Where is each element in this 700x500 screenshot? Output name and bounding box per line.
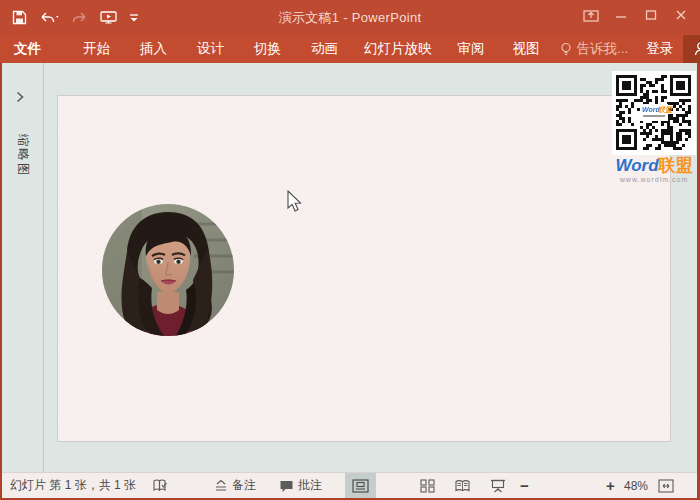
notes-label: 备注 [232,477,256,494]
comments-label: 批注 [298,477,322,494]
share-person-icon [693,41,700,57]
window-title: 演示文稿1 - PowerPoint [279,0,422,35]
undo-button[interactable] [35,6,65,30]
circular-portrait-photo[interactable] [102,204,234,336]
save-icon[interactable] [8,6,31,30]
slide-sorter-view-button[interactable] [412,473,443,498]
ribbon-tab-row: 文件 开始 插入 设计 切换 动画 幻灯片放映 审阅 视图 告诉我... 登录 … [0,35,700,63]
tab-design[interactable]: 设计 [185,35,236,63]
spell-check-button[interactable] [152,473,169,498]
fit-to-window-icon [658,479,674,493]
wordlm-watermark: Word联盟 www.wordlm.com [610,71,698,183]
customize-qat-icon[interactable] [125,6,143,30]
spell-check-book-icon [152,478,169,493]
zoom-in-label: + [606,477,615,494]
status-bar: 幻灯片 第 1 张，共 1 张 备注 批注 − [2,472,697,498]
tab-slideshow[interactable]: 幻灯片放映 [352,35,444,63]
lightbulb-icon [560,42,572,57]
thumbnail-pane-divider[interactable] [43,63,44,472]
brand-logo: Word联盟 [610,157,698,175]
zoom-level[interactable]: 48% [624,473,648,498]
zoom-out-label: − [520,477,529,494]
zoom-level-label: 48% [624,479,648,493]
minimize-button[interactable] [606,0,636,30]
comments-button[interactable]: 批注 [279,473,322,498]
slide-show-view-button[interactable] [482,473,513,498]
window-controls [576,0,696,30]
comment-bubble-icon [279,479,294,493]
notes-icon [214,479,228,493]
redo-icon[interactable] [69,6,92,30]
slide-canvas[interactable] [57,95,671,442]
tab-view[interactable]: 视图 [501,35,552,63]
qr-code [612,71,696,155]
mouse-cursor-icon [286,190,302,218]
fit-slide-to-window-button[interactable] [658,473,674,498]
close-button[interactable] [666,0,696,30]
tab-insert[interactable]: 插入 [128,35,179,63]
quick-access-toolbar [8,0,143,35]
normal-view-icon [352,479,369,493]
reading-view-icon [454,479,471,493]
tell-me-box[interactable]: 告诉我... [552,35,637,63]
maximize-button[interactable] [636,0,666,30]
notes-button[interactable]: 备注 [214,473,256,498]
zoom-out-button[interactable]: − [520,473,529,498]
normal-view-button[interactable] [345,473,376,498]
tell-me-label: 告诉我... [577,40,629,58]
brand-url: www.wordlm.com [610,176,698,183]
reading-view-button[interactable] [447,473,478,498]
tab-file[interactable]: 文件 [2,35,53,63]
slide-show-icon [490,479,506,493]
slide-counter-label: 幻灯片 第 1 张，共 1 张 [10,477,136,494]
expand-thumbnails-chevron-icon[interactable] [15,89,25,107]
thumbnail-pane-label[interactable]: 缩略图 [14,134,31,178]
zoom-in-button[interactable]: + [606,473,615,498]
share-button[interactable]: 共享 [683,35,700,63]
slide-sorter-icon [420,479,435,493]
sign-in-button[interactable]: 登录 [636,35,683,63]
slide-counter[interactable]: 幻灯片 第 1 张，共 1 张 [10,473,136,498]
ribbon-display-options-icon[interactable] [576,0,606,30]
tab-home[interactable]: 开始 [71,35,122,63]
powerpoint-window: 演示文稿1 - PowerPoint 文件 开始 插入 设计 切换 动画 幻灯片… [0,0,700,500]
tab-animations[interactable]: 动画 [299,35,350,63]
start-slideshow-icon[interactable] [96,6,121,30]
brand-word: Word [615,156,658,175]
tab-transitions[interactable]: 切换 [242,35,293,63]
tab-review[interactable]: 审阅 [446,35,497,63]
title-bar: 演示文稿1 - PowerPoint [0,0,700,35]
brand-cn: 联盟 [659,156,693,175]
